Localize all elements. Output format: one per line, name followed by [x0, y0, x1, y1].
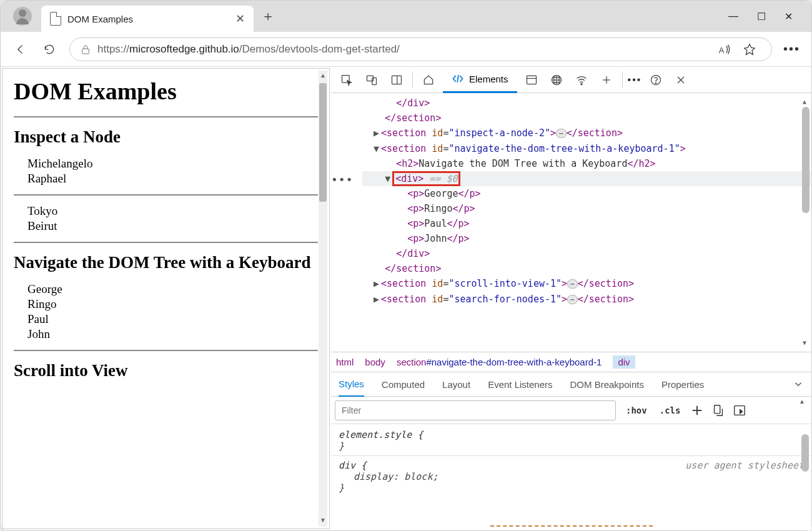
computed-styles-icon[interactable] [733, 404, 746, 417]
svg-rect-7 [527, 76, 536, 84]
list-item[interactable]: Paul [27, 312, 318, 326]
titlebar: DOM Examples ✕ ＋ — ☐ ✕ [1, 1, 811, 32]
styles-filter-input[interactable] [335, 400, 616, 420]
crumb-section[interactable]: section#navigate-the-dom-tree-with-a-key… [397, 357, 602, 367]
styles-toolbar: :hov .cls ▲ [331, 397, 811, 424]
url-input[interactable]: https://microsoftedge.github.io/Demos/de… [69, 37, 772, 61]
close-devtools-button[interactable] [670, 69, 691, 91]
svg-rect-5 [392, 76, 402, 84]
cls-toggle[interactable]: .cls [657, 405, 683, 415]
computed-tab[interactable]: Computed [382, 372, 425, 397]
properties-tab[interactable]: Properties [661, 372, 704, 397]
crumb-body[interactable]: body [365, 357, 385, 367]
list-item[interactable]: Tokyo [27, 204, 318, 218]
inspect-list-1: Michelangelo Raphael [14, 157, 318, 186]
svg-point-10 [580, 83, 582, 84]
tab-title: DOM Examples [67, 14, 133, 24]
list-item[interactable]: Beirut [27, 219, 318, 233]
styles-body: element.style { } user agent stylesheet … [331, 424, 811, 530]
elements-tab-label: Elements [469, 74, 508, 84]
favorite-icon[interactable] [743, 42, 756, 56]
divider [14, 350, 318, 351]
list-item[interactable]: Raphael [27, 172, 318, 186]
layout-tab[interactable]: Layout [442, 372, 470, 397]
profile-avatar[interactable] [13, 7, 32, 26]
scrollbar-thumb[interactable] [802, 107, 810, 213]
maximize-button[interactable]: ☐ [757, 11, 766, 22]
read-aloud-icon[interactable]: A [718, 42, 731, 56]
styles-toolbar-scrollbar[interactable]: ▲ [799, 397, 808, 424]
svg-rect-19 [715, 405, 720, 413]
minimize-button[interactable]: — [728, 11, 738, 22]
network-tab-icon[interactable] [571, 69, 592, 91]
new-style-rule-icon[interactable] [690, 404, 704, 417]
navigate-list: George Ringo Paul John [14, 282, 318, 341]
close-window-button[interactable]: ✕ [785, 11, 793, 22]
help-icon[interactable] [645, 69, 666, 91]
page-h1: DOM Examples [14, 77, 318, 105]
dom-tree[interactable]: </div> </section> ▶<section id="inspect-… [331, 93, 811, 352]
dom-breadcrumbs: html body section#navigate-the-dom-tree-… [331, 352, 811, 372]
element-style-selector[interactable]: element.style { [339, 429, 804, 440]
scroll-down-icon[interactable]: ▼ [803, 335, 806, 350]
section-title-navigate: Navigate the DOM Tree with a Keyboard [14, 253, 318, 272]
divider [14, 194, 318, 196]
tab-close-button[interactable]: ✕ [235, 12, 245, 26]
more-tabs-icon[interactable] [596, 69, 617, 91]
refresh-button[interactable] [41, 41, 58, 58]
dom-selected-node[interactable]: ••• ▼<div> == $0 [362, 171, 811, 186]
inspect-element-icon[interactable] [336, 69, 357, 91]
devtools-panel: Elements ••• </div> </section> ▶<section… [331, 67, 811, 530]
back-button[interactable] [12, 41, 29, 58]
new-tab-button[interactable]: ＋ [261, 7, 275, 26]
page-favicon [50, 12, 61, 26]
devtools-toolbar: Elements ••• [331, 67, 811, 93]
divider [14, 242, 318, 243]
lock-icon [81, 44, 90, 54]
device-emulation-icon[interactable] [361, 69, 382, 91]
scroll-up-icon[interactable]: ▲ [319, 72, 327, 81]
inherited-separator [490, 525, 653, 527]
url-text: https://microsoftedge.github.io/Demos/de… [97, 43, 400, 56]
crumb-div[interactable]: div [613, 355, 635, 369]
styles-tab[interactable]: Styles [339, 372, 364, 397]
brace-close: } [339, 482, 804, 494]
elements-tab[interactable]: Elements [443, 67, 517, 93]
section-title-scroll: Scroll into View [14, 361, 318, 380]
styles-scrollbar[interactable] [801, 425, 810, 531]
page-scrollbar[interactable]: ▲ ▼ [319, 71, 327, 527]
browser-tab[interactable]: DOM Examples ✕ [41, 6, 254, 32]
scroll-down-icon[interactable]: ▼ [319, 517, 327, 525]
display-block-prop[interactable]: display: block; [339, 471, 804, 482]
list-item[interactable]: Michelangelo [27, 157, 318, 171]
window-controls: — ☐ ✕ [728, 1, 805, 32]
devtools-menu-button[interactable]: ••• [628, 74, 642, 86]
svg-point-14 [656, 82, 656, 83]
code-icon [452, 72, 464, 85]
list-item[interactable]: George [27, 282, 318, 296]
welcome-tab-icon[interactable] [418, 69, 439, 91]
application-tab-icon[interactable] [521, 69, 542, 91]
list-item[interactable]: John [27, 327, 318, 341]
sources-tab-icon[interactable] [546, 69, 567, 91]
browser-menu-button[interactable]: ••• [783, 42, 800, 56]
dom-actions-icon[interactable]: ••• [331, 172, 354, 187]
inspect-list-2: Tokyo Beirut [14, 204, 318, 233]
brace-close: } [339, 440, 804, 452]
divider [14, 116, 318, 117]
dom-scrollbar[interactable]: ▲ ▼ [801, 94, 810, 350]
crumb-html[interactable]: html [336, 357, 354, 367]
hov-toggle[interactable]: :hov [623, 405, 650, 415]
svg-rect-0 [82, 49, 89, 54]
dock-side-icon[interactable] [386, 69, 407, 91]
ua-stylesheet-label: user agent stylesheet [685, 460, 804, 471]
dom-breakpoints-tab[interactable]: DOM Breakpoints [570, 372, 644, 397]
section-title-inspect: Inspect a Node [14, 127, 318, 147]
event-listeners-tab[interactable]: Event Listeners [488, 372, 552, 397]
chevron-down-icon[interactable] [793, 379, 804, 390]
scrollbar-thumb[interactable] [319, 83, 327, 202]
list-item[interactable]: Ringo [27, 297, 318, 311]
copy-styles-icon[interactable] [711, 404, 725, 417]
scrollbar-thumb[interactable] [801, 434, 809, 472]
svg-text:A: A [719, 45, 725, 54]
